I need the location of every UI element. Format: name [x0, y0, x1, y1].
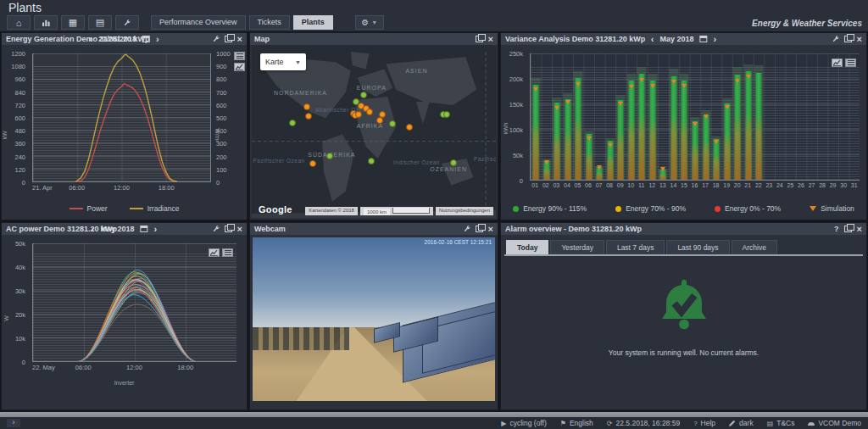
plant-marker[interactable] — [406, 124, 413, 131]
plant-marker[interactable] — [305, 113, 312, 120]
wrench-icon[interactable] — [213, 36, 220, 42]
expand-panel-button[interactable]: › — [7, 419, 20, 427]
energy-bar[interactable] — [576, 53, 581, 180]
popup-icon[interactable] — [476, 226, 483, 232]
energy-bar[interactable] — [735, 53, 741, 180]
energy-bar[interactable] — [565, 53, 570, 180]
energy-bar[interactable] — [660, 53, 666, 180]
line-chart-view-icon[interactable] — [832, 58, 843, 67]
statusbar-refresh[interactable]: ⟳22.5.2018, 16:28:59 — [607, 419, 680, 427]
home-button[interactable]: ⌂ — [7, 15, 31, 30]
plant-marker[interactable] — [289, 120, 296, 126]
energy-bar[interactable] — [639, 53, 645, 180]
help-icon[interactable]: ? — [834, 225, 839, 233]
calendar-button[interactable]: ▦ — [61, 15, 85, 30]
line-chart-view-icon[interactable] — [209, 248, 220, 257]
page-title: Plants — [8, 1, 42, 14]
alarm-tab-last-90-days[interactable]: Last 90 days — [666, 240, 729, 254]
energy-bar[interactable] — [618, 53, 624, 180]
map-type-dropdown[interactable]: Karte ▼ — [260, 53, 306, 70]
energy-bar[interactable] — [670, 53, 676, 180]
energy-bar[interactable] — [693, 53, 698, 180]
tab-plants[interactable]: Plants — [293, 15, 333, 30]
calendar-icon[interactable] — [141, 226, 148, 232]
energy-bar[interactable] — [554, 53, 560, 180]
prev-month-button[interactable]: ‹ — [92, 225, 95, 233]
simulation-marker — [629, 85, 634, 89]
alarm-body: Your system is running well. No current … — [501, 274, 866, 410]
close-icon[interactable]: × — [488, 36, 493, 43]
popup-icon[interactable] — [844, 226, 852, 232]
prev-day-button[interactable]: ‹ — [89, 35, 92, 43]
plant-marker[interactable] — [450, 159, 457, 166]
wrench-icon[interactable] — [464, 226, 470, 232]
energy-bar[interactable] — [607, 53, 613, 180]
plant-marker[interactable] — [303, 103, 310, 110]
popup-icon[interactable] — [476, 36, 483, 42]
plant-marker[interactable] — [443, 111, 450, 118]
statusbar-user[interactable]: VCOM Demo — [808, 419, 861, 427]
statusbar-document[interactable]: ▤T&Cs — [767, 419, 795, 427]
statusbar-pencil[interactable]: dark — [729, 419, 754, 427]
prev-month-button[interactable]: ‹ — [651, 35, 654, 43]
statusbar-flag[interactable]: ⚑English — [560, 419, 593, 427]
energy-bar[interactable] — [714, 53, 720, 180]
legend-label: Energy 90% - 115% — [523, 204, 587, 213]
report-button[interactable]: ▤ — [88, 15, 112, 30]
wrench-icon[interactable] — [213, 226, 220, 232]
world-map[interactable]: NORDAMERIKAEUROPAASIENAFRIKASÜDAMERIKAOZ… — [252, 45, 496, 218]
next-month-button[interactable]: › — [714, 35, 717, 43]
plant-marker[interactable] — [366, 109, 373, 115]
close-icon[interactable]: × — [488, 226, 493, 233]
plant-marker[interactable] — [376, 117, 383, 124]
energy-bar[interactable] — [682, 53, 687, 180]
energy-bar[interactable] — [533, 53, 539, 180]
popup-icon[interactable] — [225, 226, 232, 232]
plant-marker[interactable] — [326, 153, 333, 159]
table-view-icon[interactable] — [234, 52, 245, 60]
wrench-button[interactable] — [115, 15, 139, 30]
alarm-tab-yesterday[interactable]: Yesterday — [550, 240, 604, 254]
map-terms-link[interactable]: Nutzungsbedingungen — [436, 207, 493, 215]
close-icon[interactable]: × — [857, 226, 862, 233]
statusbar-play[interactable]: ▶cycling (off) — [501, 419, 546, 427]
inverter-series — [79, 286, 195, 361]
table-view-icon[interactable] — [222, 248, 233, 257]
alarm-tab-today[interactable]: Today — [506, 240, 548, 254]
close-icon[interactable]: × — [857, 36, 862, 43]
close-icon[interactable]: × — [237, 226, 242, 233]
tab-performance-overview[interactable]: Performance Overview — [151, 15, 246, 30]
x-tick-label: 03 — [553, 182, 559, 188]
popup-icon[interactable] — [225, 36, 232, 42]
statusbar-question[interactable]: ?Help — [693, 419, 715, 427]
energy-bar[interactable] — [628, 53, 634, 180]
plant-marker[interactable] — [360, 92, 367, 98]
alarm-tab-last-7-days[interactable]: Last 7 days — [606, 240, 665, 254]
tab-tickets[interactable]: Tickets — [249, 15, 290, 30]
x-tick-label: 12:00 — [126, 364, 142, 371]
close-icon[interactable]: × — [237, 36, 242, 43]
panel-map: Map × NORDAMERIKAEUROPAASIENAFRIKASÜDAME… — [249, 32, 498, 220]
next-day-button[interactable]: › — [156, 35, 159, 43]
plant-marker[interactable] — [355, 111, 362, 118]
plant-marker[interactable] — [309, 160, 316, 167]
line-chart-view-icon[interactable] — [234, 63, 245, 71]
energy-bar[interactable] — [756, 53, 762, 180]
plant-marker[interactable] — [368, 158, 375, 164]
plant-marker[interactable] — [389, 120, 396, 127]
energy-bar[interactable] — [649, 53, 655, 180]
energy-bar[interactable] — [724, 53, 730, 180]
table-view-icon[interactable] — [845, 58, 856, 67]
energy-bar[interactable] — [745, 53, 751, 180]
energy-bar[interactable] — [597, 53, 603, 180]
calendar-icon[interactable] — [142, 36, 150, 42]
settings-dropdown-button[interactable]: ⚙▼ — [355, 15, 384, 30]
alarm-tab-archive[interactable]: Archive — [732, 240, 777, 254]
chart-button[interactable] — [34, 15, 58, 30]
energy-bar[interactable] — [586, 53, 592, 180]
wrench-icon[interactable] — [832, 36, 839, 42]
calendar-icon[interactable] — [700, 36, 708, 42]
popup-icon[interactable] — [844, 36, 852, 42]
y-tick-label: 1000 — [216, 50, 231, 58]
next-month-button[interactable]: › — [154, 225, 158, 233]
